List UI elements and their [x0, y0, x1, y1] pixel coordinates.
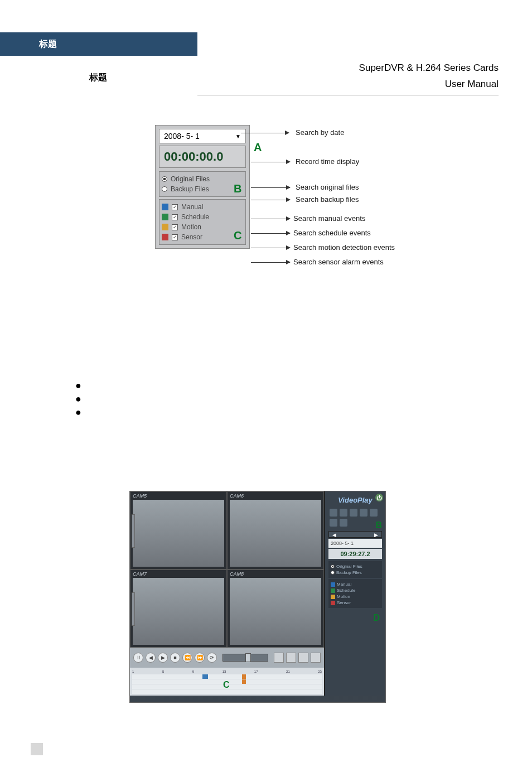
videoplay-logo: VideoPlay: [327, 494, 383, 508]
tick: 23: [318, 670, 322, 673]
tool-icon-4[interactable]: [360, 509, 367, 517]
playback-controls: ⏸ ◀ ▶ ■ ⏪ ⏩ ⟳: [130, 648, 324, 668]
side-original-label: Original Files: [336, 564, 362, 569]
original-files-radio[interactable]: Original Files: [162, 174, 243, 184]
manual-color-icon: [162, 204, 168, 210]
prev-button[interactable]: ◀: [146, 653, 156, 663]
timeline-segment: [242, 679, 246, 684]
layout-9-button[interactable]: [298, 653, 308, 663]
date-dropdown[interactable]: 2008- 5- 1 ▼: [159, 129, 246, 143]
arrow-motion: [251, 248, 290, 248]
loop-button[interactable]: ⟳: [207, 653, 217, 663]
annotation-c2: C: [223, 680, 230, 690]
cam-tile-8[interactable]: CAM8: [227, 570, 324, 648]
motion-color-icon: [162, 224, 168, 230]
arrow-schedule: [251, 233, 290, 234]
sensor-color-icon: [162, 234, 168, 240]
sensor-checkbox[interactable]: ✓ Sensor: [162, 232, 243, 242]
arrow-backup: [251, 200, 290, 200]
motion-color-icon: [331, 595, 335, 599]
play-button[interactable]: ▶: [158, 653, 168, 663]
layout-16-button[interactable]: [311, 653, 321, 663]
power-icon[interactable]: ⏻: [375, 494, 383, 501]
tool-icon-1[interactable]: [330, 509, 337, 517]
sensor-label: Sensor: [181, 233, 202, 241]
tool-icon-3[interactable]: [350, 509, 357, 517]
cam-tile-7[interactable]: CAM7: [130, 570, 227, 648]
slider-thumb-icon[interactable]: [245, 653, 251, 662]
arrow-right-icon: ▶: [374, 532, 378, 538]
label-search-date: Search by date: [296, 128, 344, 137]
side-backup-radio[interactable]: Backup Files: [331, 570, 380, 576]
cam7-video: [133, 578, 224, 645]
date-value: 2008- 5- 1: [164, 132, 200, 141]
cam6-label: CAM6: [230, 493, 244, 499]
doc-title-line2: User Manual: [359, 76, 499, 93]
tool-icon-7[interactable]: [340, 519, 347, 527]
videoplay-side-panel: ⏻ VideoPlay B ◀ ▶ 2008- 5- 1 09:29:27.2 …: [324, 491, 385, 696]
page-footer-box: [31, 743, 43, 755]
motion-checkbox[interactable]: ✓ Motion: [162, 222, 243, 232]
resize-handle[interactable]: [132, 514, 135, 548]
side-original-radio[interactable]: Original Files: [331, 563, 380, 570]
side-schedule-check[interactable]: Schedule: [331, 587, 380, 594]
cam-tile-5[interactable]: CAM5: [130, 491, 227, 570]
tool-icon-6[interactable]: [330, 519, 337, 527]
side-date-dropdown[interactable]: 2008- 5- 1: [328, 539, 382, 548]
label-search-motion: Search motion detection events: [293, 243, 395, 252]
doc-title-line1: SuperDVR & H.264 Series Cards: [359, 60, 499, 76]
header-tab-2: 标题: [0, 66, 197, 89]
schedule-color-icon: [331, 588, 335, 593]
side-backup-label: Backup Files: [336, 570, 362, 575]
rewind-button[interactable]: ⏪: [182, 653, 192, 663]
backup-files-radio[interactable]: Backup Files: [162, 184, 243, 194]
checkbox-checked-icon: ✓: [172, 204, 178, 210]
forward-button[interactable]: ⏩: [195, 653, 205, 663]
tool-icon-2[interactable]: [340, 509, 347, 517]
slider-bar[interactable]: ◀ ▶: [328, 531, 382, 538]
annotation-b: B: [234, 182, 241, 195]
stop-button[interactable]: ■: [170, 653, 180, 663]
speed-slider[interactable]: [223, 654, 268, 662]
side-event-group: Manual Schedule Motion Sensor: [328, 579, 382, 608]
pause-button[interactable]: ⏸: [133, 653, 143, 663]
backup-files-label: Backup Files: [171, 185, 209, 193]
side-sensor-check[interactable]: Sensor: [331, 600, 380, 606]
radio-icon: [162, 186, 167, 192]
arrow-manual: [251, 219, 290, 219]
arrow-date: [241, 133, 289, 133]
schedule-color-icon: [162, 214, 168, 220]
side-time-display: 09:29:27.2: [328, 549, 382, 559]
timeline-segment: [242, 674, 246, 679]
arrow-sensor: [251, 262, 290, 263]
side-toolbar: [327, 508, 383, 530]
timeline-row-1[interactable]: [132, 674, 322, 679]
tick: 9: [192, 670, 194, 673]
header-divider: [197, 95, 499, 95]
side-manual-check[interactable]: Manual: [331, 581, 380, 587]
side-sensor-label: Sensor: [337, 600, 351, 605]
videoplay-window: CAM5 CAM6 CAM7 CAM8 ⏻ VideoPlay B ◀ ▶: [129, 491, 386, 703]
label-search-schedule: Search schedule events: [293, 229, 371, 237]
schedule-label: Schedule: [181, 213, 209, 221]
chevron-down-icon[interactable]: ▼: [235, 133, 241, 139]
schedule-checkbox[interactable]: ✓ Schedule: [162, 212, 243, 222]
tick: 1: [132, 670, 134, 673]
header-tab-1: 标题: [0, 32, 197, 56]
layout-1-button[interactable]: [274, 653, 284, 663]
timeline-ruler: 1 5 9 13 17 21 23: [132, 670, 322, 673]
annotation-d: D: [373, 613, 380, 623]
label-search-original: Search original files: [296, 183, 359, 191]
resize-handle[interactable]: [132, 592, 135, 626]
timeline-row-4[interactable]: [132, 689, 322, 694]
tool-icon-5[interactable]: [370, 509, 378, 517]
side-motion-check[interactable]: Motion: [331, 594, 380, 600]
layout-4-button[interactable]: [286, 653, 296, 663]
manual-checkbox[interactable]: ✓ Manual: [162, 202, 243, 212]
tick: 21: [286, 670, 290, 673]
cam-tile-6[interactable]: CAM6: [227, 491, 324, 570]
annotation-a: A: [254, 141, 262, 154]
checkbox-checked-icon: ✓: [172, 234, 178, 240]
arrow-left-icon: ◀: [332, 532, 336, 538]
bullet-1: ●: [75, 380, 81, 390]
